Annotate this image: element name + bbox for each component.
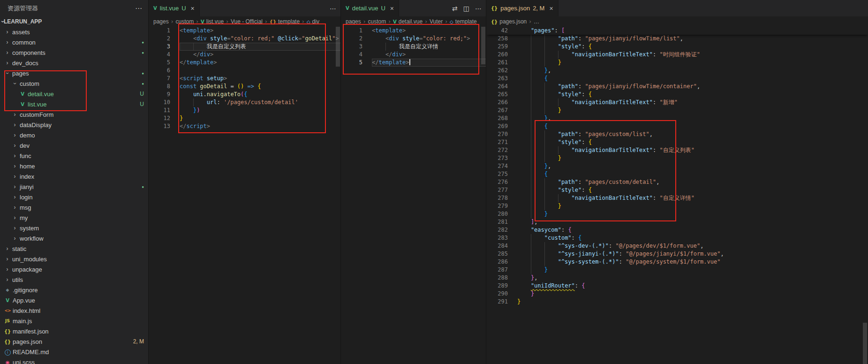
- tree-item-App.vue[interactable]: VApp.vue: [0, 295, 149, 305]
- tree-item-demo[interactable]: ›demo: [0, 130, 149, 140]
- chevron-right-icon[interactable]: ›: [11, 152, 18, 159]
- breadcrumb-item-detail.vue[interactable]: Vdetail.vue: [393, 18, 423, 25]
- chevron-right-icon[interactable]: ›: [4, 266, 11, 273]
- chevron-down-icon[interactable]: ›: [4, 70, 11, 77]
- chevron-right-icon[interactable]: ›: [4, 256, 11, 262]
- chevron-down-icon[interactable]: ›: [12, 80, 18, 87]
- code-line[interactable]: 271 "style": {: [486, 138, 868, 146]
- tree-item-my[interactable]: ›my: [0, 212, 149, 223]
- more-actions-icon[interactable]: ⋯: [475, 5, 482, 12]
- code-line[interactable]: 6: [149, 67, 341, 75]
- code-line[interactable]: 287 }: [486, 266, 868, 274]
- close-icon[interactable]: ×: [549, 5, 553, 12]
- breadcrumb-item-pages[interactable]: pages: [346, 18, 361, 25]
- chevron-right-icon[interactable]: ›: [11, 204, 18, 211]
- chevron-right-icon[interactable]: ›: [11, 183, 18, 190]
- chevron-right-icon[interactable]: ›: [11, 235, 18, 242]
- tree-item-pages.json[interactable]: {}pages.json2, M: [0, 336, 149, 347]
- tree-item-manifest.json[interactable]: {}manifest.json: [0, 326, 149, 336]
- tree-item-common[interactable]: ›common●: [0, 37, 149, 47]
- tree-item-README.md[interactable]: iREADME.md: [0, 347, 149, 357]
- code-editor-list-vue[interactable]: 1<template>2 <div style="color: red;" @c…: [149, 27, 341, 364]
- code-line[interactable]: 8const goDetail = () => {: [149, 83, 341, 91]
- code-line[interactable]: 3 我是自定义列表: [149, 43, 341, 51]
- code-line[interactable]: 258 "path": "pages/jianyi/flowTime/list"…: [486, 35, 868, 43]
- code-line[interactable]: 267 }: [486, 106, 868, 114]
- scrollbar-slider[interactable]: [336, 27, 340, 67]
- code-editor-pages-json[interactable]: 42 "pages": [258 "path": "pages/jianyi/f…: [486, 27, 868, 364]
- code-line[interactable]: 266 "navigationBarTitleText": "新增": [486, 99, 868, 106]
- breadcrumb-item-template[interactable]: {}template: [270, 18, 300, 25]
- tree-item-pages[interactable]: ›pages●: [0, 68, 149, 78]
- breadcrumb-item-template[interactable]: ◇template: [450, 18, 477, 25]
- code-line[interactable]: 261 }: [486, 59, 868, 67]
- breadcrumb-item-pages.json[interactable]: {}pages.json: [491, 18, 527, 25]
- chevron-right-icon[interactable]: ›: [4, 29, 11, 35]
- code-line[interactable]: 282 "easycom": {: [486, 226, 868, 234]
- close-icon[interactable]: ×: [191, 5, 195, 12]
- code-line[interactable]: 274 },: [486, 162, 868, 170]
- tree-item-index[interactable]: ›index: [0, 171, 149, 182]
- tab-detail.vue[interactable]: Vdetail.vueU×: [341, 0, 399, 16]
- tree-item-detail.vue[interactable]: Vdetail.vueU: [0, 89, 149, 99]
- code-line[interactable]: 279 }: [486, 202, 868, 210]
- code-line[interactable]: 280 }: [486, 210, 868, 218]
- code-line[interactable]: 5</template>: [341, 59, 486, 67]
- code-line[interactable]: 4 </div>: [149, 51, 341, 59]
- chevron-right-icon[interactable]: ›: [11, 163, 18, 169]
- chevron-right-icon[interactable]: ›: [4, 276, 11, 283]
- code-line[interactable]: 12}: [149, 114, 341, 122]
- tree-item-.gitignore[interactable]: ◆.gitignore: [0, 285, 149, 295]
- tree-item-list.vue[interactable]: Vlist.vueU: [0, 99, 149, 109]
- tab-pages.json[interactable]: {}pages.json2, M×: [486, 0, 559, 16]
- chevron-right-icon[interactable]: ›: [11, 142, 18, 149]
- tree-item-index.html[interactable]: <>index.html: [0, 305, 149, 316]
- breadcrumb-item-div[interactable]: ◇div: [307, 18, 319, 25]
- open-changes-icon[interactable]: ⇄: [452, 5, 458, 12]
- code-line[interactable]: 276 "path": "pages/custom/detail",: [486, 178, 868, 186]
- code-line[interactable]: 288 },: [486, 274, 868, 282]
- tree-item-main.js[interactable]: JSmain.js: [0, 316, 149, 326]
- more-actions-icon[interactable]: ⋯: [330, 5, 336, 12]
- tree-item-func[interactable]: ›func: [0, 151, 149, 161]
- code-line[interactable]: 268 },: [486, 114, 868, 122]
- tree-item-jianyi[interactable]: ›jianyi●: [0, 182, 149, 192]
- breadcrumb-item-list.vue[interactable]: Vlist.vue: [201, 18, 224, 25]
- chevron-right-icon[interactable]: ›: [11, 132, 18, 138]
- explorer-more-actions-icon[interactable]: ⋯: [135, 4, 142, 13]
- chevron-right-icon[interactable]: ›: [11, 121, 18, 128]
- breadcrumb-item-custom[interactable]: custom: [176, 18, 194, 25]
- tree-item-login[interactable]: ›login: [0, 192, 149, 202]
- tree-item-msg[interactable]: ›msg: [0, 202, 149, 212]
- code-line[interactable]: 9 uni.navigateTo({: [149, 91, 341, 99]
- code-line[interactable]: 286 "^sys-system-(.*)": "@/pages/system/…: [486, 258, 868, 266]
- code-editor-detail-vue[interactable]: 1<template>2 <div style="color: red;">3 …: [341, 27, 486, 364]
- code-line[interactable]: 264 "path": "pages/jianyi/flowTime/conta…: [486, 83, 868, 91]
- code-line[interactable]: 275 {: [486, 170, 868, 178]
- tree-item-system[interactable]: ›system: [0, 223, 149, 233]
- tree-item-workflow[interactable]: ›workflow: [0, 233, 149, 243]
- tree-item-home[interactable]: ›home: [0, 161, 149, 171]
- code-line[interactable]: 273 }: [486, 154, 868, 162]
- chevron-right-icon[interactable]: ›: [11, 194, 18, 200]
- breadcrumb-item-Vuter[interactable]: Vuter: [430, 18, 443, 25]
- split-editor-icon[interactable]: ◫: [463, 5, 469, 12]
- project-root-header[interactable]: › LEARUN_APP: [0, 16, 149, 27]
- close-icon[interactable]: ×: [390, 5, 394, 12]
- code-line[interactable]: 260 "navigationBarTitleText": "时间组件验证": [486, 51, 868, 59]
- breadcrumb-item-…[interactable]: …: [534, 18, 539, 25]
- code-line[interactable]: 283 "custom": {: [486, 234, 868, 242]
- code-line[interactable]: 278 "navigationBarTitleText": "自定义详情": [486, 194, 868, 202]
- tree-item-dev_docs[interactable]: ›dev_docs: [0, 58, 149, 68]
- tree-item-dev[interactable]: ›dev: [0, 140, 149, 151]
- chevron-right-icon[interactable]: ›: [11, 214, 18, 221]
- code-line[interactable]: 3 我是自定义详情: [341, 43, 486, 51]
- breadcrumb-item-custom[interactable]: custom: [368, 18, 386, 25]
- code-line[interactable]: 289 "uniIdRouter": {: [486, 282, 868, 290]
- tree-item-custom[interactable]: ›custom●: [0, 78, 149, 89]
- chevron-right-icon[interactable]: ›: [4, 60, 11, 66]
- tree-item-assets[interactable]: ›assets: [0, 27, 149, 37]
- chevron-right-icon[interactable]: ›: [11, 111, 18, 118]
- code-line[interactable]: 2 <div style="color: red;">: [341, 35, 486, 43]
- chevron-right-icon[interactable]: ›: [4, 39, 11, 46]
